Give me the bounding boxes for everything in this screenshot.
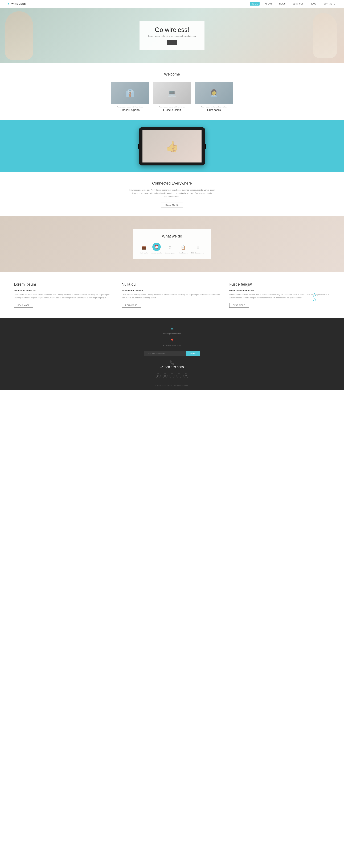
- social-circle[interactable]: ◉: [163, 373, 168, 378]
- what-icon-clock[interactable]: ⏰ Aenean iaculis: [151, 243, 162, 254]
- col1-subtitle: Vestibulum iaculis laci: [14, 289, 115, 292]
- nav-about[interactable]: ABOUT: [263, 2, 274, 5]
- footer-email-input[interactable]: [144, 351, 186, 356]
- what-icon-label-3: Laoreet ipsum: [165, 252, 175, 254]
- what-icon-label-1: Nulla facilisi: [140, 252, 148, 254]
- col2-read-more-button[interactable]: READ MORE: [122, 303, 141, 308]
- social-twitter[interactable]: t: [170, 373, 174, 378]
- footer-email-address: contact@wireless.com: [7, 332, 337, 335]
- what-we-do-heading: What we do: [140, 234, 204, 239]
- col-nulla-dui: Nulla dui Proin dictum element Fusce eui…: [122, 282, 222, 308]
- gear-icon: ⚙: [167, 244, 174, 251]
- navbar: ▼ WIRELESS HOME ABOUT NEWS SERVICES BLOG…: [0, 0, 344, 8]
- welcome-item-2: 💻 Rutum iaculis iaculis est. Proin dictu…: [153, 82, 191, 112]
- connected-text: Rutum iaculis iaculis est. Proin dictum …: [128, 188, 216, 198]
- footer-address: 130 – 123 Street, State: [7, 344, 337, 347]
- footer: ✉ contact@wireless.com 📍 130 – 123 Stree…: [0, 318, 344, 390]
- nav-home[interactable]: HOME: [250, 2, 260, 5]
- tablet-frame: 👍: [139, 127, 205, 165]
- nav-blog[interactable]: BLOG: [309, 2, 318, 5]
- col2-title: Nulla dui: [122, 282, 222, 287]
- welcome-image-2: 💻: [153, 82, 191, 104]
- hero-title: Go wireless!: [148, 26, 196, 33]
- footer-email-icon: ✉: [7, 327, 337, 331]
- welcome-image-3: 👩‍💼: [195, 82, 233, 104]
- clock-icon: ⏰: [152, 243, 161, 251]
- logo: ▼ WIRELESS: [7, 2, 26, 5]
- welcome-meta-3: Rutum iaculis iaculis est. Proin dictum: [195, 106, 233, 108]
- welcome-img-placeholder-2: 💻: [153, 82, 191, 104]
- what-icon-label-5: Et tristique gravida: [191, 252, 204, 254]
- footer-phone-icon: 📞: [7, 361, 337, 365]
- col-fusce-feugiat: Fusce feugiat Fusce euismod consequ Maur…: [229, 282, 330, 308]
- col3-read-more-button[interactable]: READ MORE: [229, 303, 249, 308]
- welcome-meta-2: Rutum iaculis iaculis est. Proin dictum: [153, 106, 191, 108]
- tablet-btn-right: [205, 144, 206, 149]
- hero-section: Go wireless! Lorem ipsum dolor sit amet …: [0, 8, 344, 63]
- tablet-banner: 👍: [0, 120, 344, 173]
- nav-news[interactable]: NEWS: [278, 2, 287, 5]
- logo-icon: ▼: [7, 2, 10, 5]
- col2-subtitle: Proin dictum element: [122, 289, 222, 292]
- tablet-screen: 👍: [142, 130, 202, 162]
- tablet-screen-content: 👍: [166, 140, 179, 153]
- hero-prev-button[interactable]: ‹: [167, 40, 172, 45]
- social-gplus[interactable]: g+: [156, 373, 161, 378]
- welcome-image-1: 👔: [111, 82, 149, 104]
- social-email[interactable]: ✉: [183, 373, 188, 378]
- welcome-name-1: Phasellus porta: [111, 108, 149, 112]
- three-cols-section: Lorem ipsum Vestibulum iaculis laci Rutu…: [0, 272, 344, 318]
- what-icon-label-2: Aenean iaculis: [151, 252, 162, 254]
- what-icon-gear[interactable]: ⚙ Laoreet ipsum: [165, 244, 175, 254]
- col1-text: Rutum iaculis iaculis est. Proin dictum …: [14, 293, 115, 300]
- welcome-img-placeholder-1: 👔: [111, 82, 149, 104]
- welcome-meta-1: Rutum iaculis iaculis est. Proin dictum: [111, 106, 149, 108]
- what-icon-clipboard[interactable]: 📋 Faucibus orci: [179, 244, 188, 254]
- footer-copyright: © WIRELESS 2019 — ALL RIGHTS RESERVED: [7, 382, 337, 386]
- clipboard-icon: 📋: [180, 244, 187, 251]
- nav-contacts[interactable]: CONTACTS: [322, 2, 337, 5]
- hero-hands-left: [5, 11, 33, 60]
- tablet-btn-left: [138, 144, 139, 149]
- col3-subtitle: Fusce euismod consequ: [229, 289, 330, 292]
- welcome-heading: Welcome: [14, 72, 330, 76]
- welcome-name-2: Fusce suscipit: [153, 108, 191, 112]
- what-we-do-section: What we do 💼 Nulla facilisi ⏰ Aenean iac…: [0, 216, 344, 272]
- hero-hands-right: [313, 13, 337, 58]
- footer-phone-number: +1 800 559 6580: [7, 366, 337, 369]
- col1-title: Lorem ipsum: [14, 282, 115, 287]
- hero-controls: ‹ ›: [148, 40, 196, 45]
- connected-heading: Connected Everywhere: [14, 181, 330, 186]
- connected-section: Connected Everywhere Rutum iaculis iacul…: [0, 173, 344, 216]
- welcome-item-1: 👔 Rutum iaculis iaculis est. Proin dictu…: [111, 82, 149, 112]
- nav-links: HOME ABOUT NEWS SERVICES BLOG CONTACTS: [250, 2, 337, 5]
- what-we-do-card: What we do 💼 Nulla facilisi ⏰ Aenean iac…: [133, 229, 211, 259]
- hero-next-button[interactable]: ›: [172, 40, 177, 45]
- welcome-name-3: Cum sociis: [195, 108, 233, 112]
- what-icon-label-4: Faucibus orci: [179, 252, 188, 254]
- col1-read-more-button[interactable]: READ MORE: [14, 303, 33, 308]
- welcome-grid: 👔 Rutum iaculis iaculis est. Proin dictu…: [111, 82, 233, 112]
- footer-location-icon: 📍: [7, 339, 337, 343]
- welcome-item-3: 👩‍💼 Rutum iaculis iaculis est. Proin dic…: [195, 82, 233, 112]
- connected-read-more-button[interactable]: READ MORE: [161, 202, 183, 208]
- welcome-section: Welcome 👔 Rutum iaculis iaculis est. Pro…: [0, 63, 344, 120]
- nav-services[interactable]: SERVICES: [291, 2, 305, 5]
- col2-text: Fusce euismod consequat ante. Lorem ipsu…: [122, 293, 222, 300]
- what-icon-briefcase[interactable]: 💼 Nulla facilisi: [140, 244, 148, 254]
- what-we-do-icons: 💼 Nulla facilisi ⏰ Aenean iaculis ⚙ Laor…: [140, 243, 204, 254]
- hero-card: Go wireless! Lorem ipsum dolor sit amet …: [140, 21, 204, 50]
- logo-text: WIRELESS: [11, 3, 26, 5]
- welcome-img-placeholder-3: 👩‍💼: [195, 82, 233, 104]
- briefcase-icon: 💼: [140, 244, 147, 251]
- hero-subtitle: Lorem ipsum dolor sit amet consectetuer …: [148, 35, 196, 37]
- monitor-icon: 🖥: [194, 244, 201, 251]
- col-lorem-ipsum: Lorem ipsum Vestibulum iaculis laci Rutu…: [14, 282, 115, 308]
- col3-title: Fusce feugiat: [229, 282, 330, 287]
- scroll-up-button[interactable]: ⋀⋀: [313, 292, 316, 302]
- footer-submit-button[interactable]: submit: [186, 351, 200, 356]
- footer-socials: g+ ◉ t f ✉: [7, 373, 337, 378]
- what-icon-monitor[interactable]: 🖥 Et tristique gravida: [191, 244, 204, 254]
- footer-email-row: submit: [144, 351, 200, 356]
- social-facebook[interactable]: f: [176, 373, 181, 378]
